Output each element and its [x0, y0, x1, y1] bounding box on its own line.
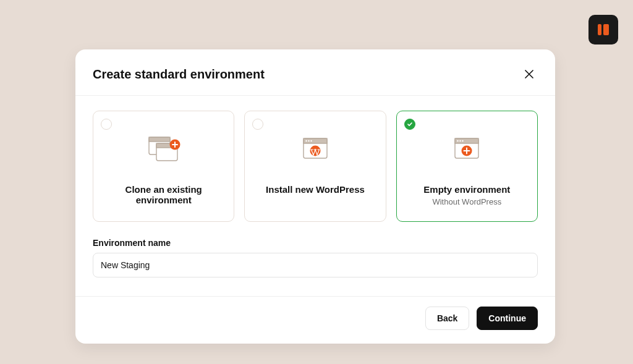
svg-rect-8	[304, 138, 327, 143]
svg-rect-14	[455, 138, 478, 143]
svg-point-10	[308, 140, 309, 142]
option-wordpress-labels: Install new WordPress	[266, 179, 365, 209]
option-clone-icon	[102, 120, 225, 179]
option-clone-labels: Clone an existing environment	[102, 179, 225, 209]
close-icon	[525, 70, 533, 78]
option-empty-icon	[406, 120, 529, 179]
radio-empty	[404, 119, 415, 130]
svg-point-17	[462, 140, 464, 142]
option-empty-title: Empty environment	[423, 184, 510, 195]
svg-point-11	[310, 140, 312, 142]
brand-badge	[588, 15, 618, 44]
create-environment-modal: Create standard environment	[75, 49, 555, 344]
option-row: Clone an existing environment	[93, 111, 538, 222]
modal-title: Create standard environment	[93, 67, 265, 82]
svg-rect-3	[149, 137, 170, 142]
option-wordpress-title: Install new WordPress	[266, 184, 365, 195]
svg-rect-0	[598, 24, 601, 35]
close-button[interactable]	[520, 66, 538, 83]
radio-clone	[101, 119, 112, 130]
modal-body: Clone an existing environment	[75, 96, 555, 296]
option-clone-existing[interactable]: Clone an existing environment	[93, 111, 234, 222]
modal-header: Create standard environment	[75, 49, 555, 96]
svg-point-16	[460, 140, 461, 142]
environment-name-label: Environment name	[93, 238, 538, 248]
brand-icon	[595, 22, 611, 38]
checkmark-icon	[407, 121, 413, 127]
back-button[interactable]: Back	[425, 307, 469, 330]
svg-rect-1	[603, 24, 609, 35]
option-empty-labels: Empty environment Without WordPress	[423, 179, 510, 209]
continue-button[interactable]: Continue	[477, 307, 538, 330]
environment-name-input[interactable]	[93, 253, 538, 277]
option-wordpress-icon	[253, 120, 376, 179]
option-empty-environment[interactable]: Empty environment Without WordPress	[396, 111, 538, 222]
option-install-wordpress[interactable]: Install new WordPress	[244, 111, 386, 222]
option-clone-title: Clone an existing environment	[102, 184, 225, 205]
svg-point-9	[305, 140, 307, 142]
modal-footer: Back Continue	[75, 296, 555, 344]
option-empty-subtitle: Without WordPress	[432, 197, 501, 206]
svg-point-15	[457, 140, 459, 142]
